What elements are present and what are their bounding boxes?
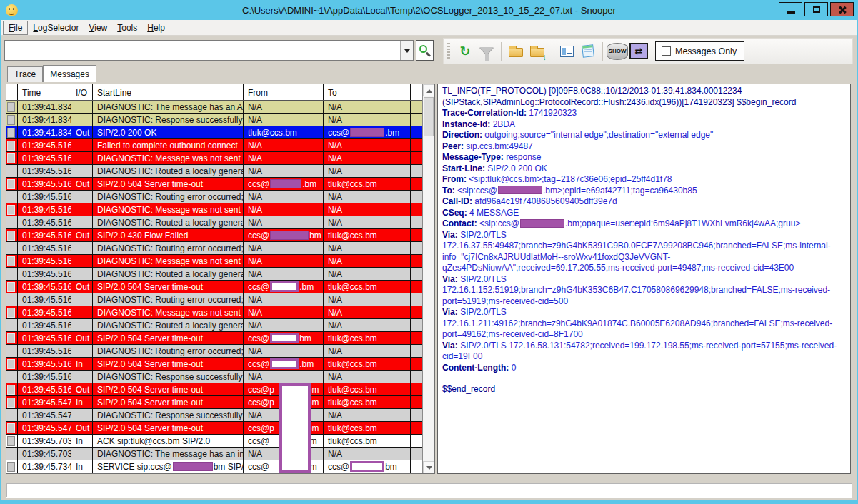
menu-item-help[interactable]: Help [142, 21, 170, 34]
tab-trace[interactable]: Trace [7, 66, 43, 82]
menu-item-logselector[interactable]: LogSelector [28, 21, 84, 34]
row-flag-icon [7, 205, 15, 215]
layout-panes-icon: ⇄ [629, 43, 648, 59]
list-scrollbar[interactable] [422, 84, 434, 473]
log-row[interactable]: 01:39:45.547.(OutSIP/2.0 504 Server time… [6, 422, 422, 435]
log-row[interactable]: 01:39:45.516.(DIAGNOSTIC: Message was no… [6, 203, 422, 216]
row-flag-icon [7, 308, 15, 318]
column-header-to[interactable]: To [324, 84, 411, 100]
scroll-down-icon[interactable] [423, 461, 434, 473]
log-row[interactable]: 01:39:45.516.(DIAGNOSTIC: Message was no… [6, 152, 422, 165]
log-row[interactable]: 01:39:45.516.(OutSIP/2.0 430 Flow Failed… [6, 229, 422, 242]
row-flag-icon [7, 423, 15, 433]
menu-item-view[interactable]: View [84, 21, 112, 34]
detail-field-cseq: CSeq: 4 MESSAGE [442, 208, 846, 219]
report-icon [560, 46, 574, 57]
column-header-flag[interactable] [411, 84, 422, 100]
show-database-button[interactable]: SHOW [607, 41, 628, 62]
log-row[interactable]: 01:39:45.703.(DIAGNOSTIC: The message ha… [6, 448, 422, 460]
messages-only-label: Messages Only [675, 46, 737, 56]
toolbar: ↻ ↓ SHOW ⇄ Messages Only [1, 36, 857, 66]
search-input[interactable] [5, 41, 400, 60]
menu-bar: FileLogSelectorViewToolsHelp [1, 20, 857, 36]
log-row[interactable]: 01:39:45.516.(DIAGNOSTIC: Routing error … [6, 293, 422, 306]
log-row[interactable]: 01:39:45.516.(DIAGNOSTIC: Routed a local… [6, 165, 422, 178]
redaction-box [173, 462, 213, 471]
table-rows: 01:39:41.834.(DIAGNOSTIC: The message ha… [6, 101, 422, 473]
main-content: TimeI/OStartLineFromTo 01:39:41.834.(DIA… [1, 82, 857, 479]
column-header-flag[interactable] [6, 84, 18, 100]
log-row[interactable]: 01:39:45.547.(DIAGNOSTIC: Response succe… [6, 409, 422, 422]
row-flag-icon [7, 282, 15, 292]
log-row[interactable]: 01:39:41.834.(OutSIP/2.0 200 OKtluk@ccs.… [6, 126, 422, 139]
detail-field-via: Via: SIP/2.0/TLS 172.16.1.152:51919;bran… [442, 274, 846, 308]
notes-button[interactable] [577, 41, 599, 62]
close-button[interactable] [830, 2, 854, 16]
row-flag-icon [7, 231, 15, 241]
log-row[interactable]: 01:39:45.516.(DIAGNOSTIC: Routing error … [6, 345, 422, 358]
minimize-button[interactable] [779, 2, 802, 16]
row-flag-icon [7, 128, 15, 138]
menu-item-file[interactable]: File [3, 21, 28, 35]
scrollbar-thumb[interactable] [424, 97, 434, 136]
maximize-button[interactable] [804, 2, 828, 16]
filter-button[interactable] [476, 41, 497, 62]
redaction-box [350, 461, 384, 472]
combo-dropdown-icon[interactable] [400, 41, 413, 60]
column-header-time[interactable]: Time [18, 84, 71, 100]
import-log-button[interactable]: ↓ [527, 41, 548, 62]
search-button[interactable] [416, 40, 434, 61]
log-row[interactable]: 01:39:45.516.(DIAGNOSTIC: Routing error … [6, 242, 422, 255]
row-flag-icon [7, 115, 15, 125]
detail-field-direction: Direction: outgoing;source="internal edg… [442, 130, 846, 141]
log-row[interactable]: 01:39:45.516.(InSIP/2.0 504 Server time-… [6, 358, 422, 371]
log-row[interactable]: 01:39:45.516.(DIAGNOSTIC: Message was no… [6, 255, 422, 268]
log-row[interactable]: 01:39:45.516.(OutSIP/2.0 504 Server time… [6, 332, 422, 345]
toolbar-grip[interactable] [447, 43, 450, 60]
row-flag-icon [7, 141, 15, 151]
log-row[interactable]: 01:39:45.516.(DIAGNOSTIC: Routed a local… [6, 268, 422, 281]
log-row[interactable]: 01:39:41.834.(DIAGNOSTIC: The message ha… [6, 101, 422, 114]
log-row[interactable]: 01:39:45.516.(DIAGNOSTIC: Routed a local… [6, 216, 422, 229]
window-title: C:\Users\ADMINI~1\AppData\Local\Temp\2\O… [1, 5, 857, 16]
log-row[interactable]: 01:39:45.516.(DIAGNOSTIC: Routed a local… [6, 319, 422, 332]
download-arrow-icon: ↓ [542, 53, 547, 61]
menu-item-tools[interactable]: Tools [112, 21, 142, 34]
column-header-startline[interactable]: StartLine [93, 84, 244, 100]
row-flag-icon [7, 398, 15, 408]
redaction-box-large [279, 383, 311, 473]
detail-field-via: Via: SIP/2.0/TLS 172.16.1.211:49162;bran… [442, 307, 846, 341]
log-row[interactable]: 01:39:45.516.(OutSIP/2.0 504 Server time… [6, 383, 422, 396]
log-row[interactable]: 01:39:45.547.(InSIP/2.0 504 Server time-… [6, 396, 422, 409]
row-flag-icon [7, 462, 15, 472]
search-icon [419, 45, 427, 53]
log-row[interactable]: 01:39:45.516.(OutSIP/2.0 504 Server time… [6, 281, 422, 293]
log-row[interactable]: 01:39:45.516.(DIAGNOSTIC: Message was no… [6, 306, 422, 319]
detail-field-contact: Contact: <sip:ccs@.bm;opaque=user:epid:6… [442, 218, 846, 230]
tab-messages[interactable]: Messages [43, 65, 96, 82]
search-combobox[interactable] [4, 40, 414, 61]
log-row[interactable]: 01:39:45.734.(InSERVICE sip:ccs@bm SIP/2… [6, 460, 422, 473]
column-header-io[interactable]: I/O [71, 84, 93, 100]
detail-field-content-length: Content-Length: 0 [442, 363, 846, 374]
layout-toggle-button[interactable]: ⇄ [628, 41, 649, 62]
report-button[interactable] [556, 41, 577, 62]
scroll-up-icon[interactable] [423, 84, 434, 96]
open-log-button[interactable] [505, 41, 527, 62]
detail-field-start-line: Start-Line: SIP/2.0 200 OK [442, 163, 846, 175]
detail-field-via: Via: SIP/2.0/TLS 172.16.37.55:49487;bran… [442, 230, 846, 274]
detail-line: TL_INFO(TF_PROTOCOL) [0]09F8.0C88::10/12… [442, 86, 846, 97]
row-flag-icon [7, 179, 15, 189]
log-row[interactable]: 01:39:41.834.(DIAGNOSTIC: Response succe… [6, 114, 422, 126]
refresh-button[interactable]: ↻ [454, 41, 476, 62]
minimize-icon [787, 11, 795, 14]
log-row[interactable]: 01:39:45.516.(Failed to complete outboun… [6, 139, 422, 152]
log-row[interactable]: 01:39:45.516.(DIAGNOSTIC: Response succe… [6, 371, 422, 383]
log-row[interactable]: 01:39:45.516.(OutSIP/2.0 504 Server time… [6, 178, 422, 191]
messages-only-checkbox[interactable] [662, 46, 671, 56]
column-header-from[interactable]: From [244, 84, 324, 100]
tab-strip: Trace Messages [1, 66, 857, 82]
log-row[interactable]: 01:39:45.703.(InACK sip:tluk@ccs.bm SIP/… [6, 435, 422, 448]
redaction-box [270, 179, 301, 188]
log-row[interactable]: 01:39:45.516.(DIAGNOSTIC: Routing error … [6, 191, 422, 203]
